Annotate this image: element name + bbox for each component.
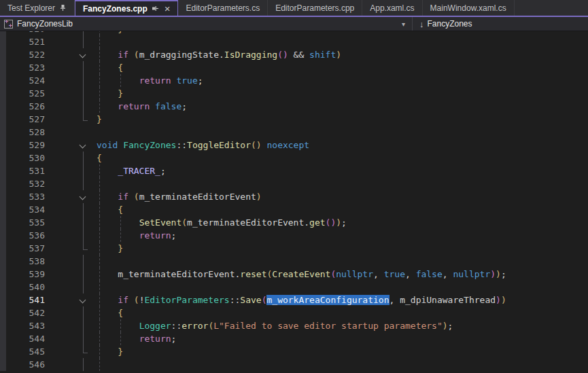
line-number: 521	[6, 35, 45, 48]
breakpoint-margin[interactable]	[0, 229, 6, 242]
code-line[interactable]: 525 }	[0, 87, 588, 100]
code-text[interactable]: {	[97, 306, 588, 319]
code-text[interactable]: return true;	[97, 74, 588, 87]
breakpoint-margin[interactable]	[0, 190, 6, 203]
code-text[interactable]: if (!EditorParameters::Save(m_workAreaCo…	[97, 294, 588, 306]
tab-app-xaml-cs[interactable]: App.xaml.cs	[362, 0, 422, 16]
code-line[interactable]: 532	[0, 177, 588, 190]
code-text[interactable]: Logger::error(L"Failed to save editor st…	[97, 319, 588, 332]
code-text[interactable]: }	[97, 242, 588, 255]
breakpoint-margin[interactable]	[0, 255, 6, 268]
code-line[interactable]: 545 }	[0, 345, 588, 358]
code-text[interactable]	[97, 126, 588, 139]
code-line[interactable]: 536 return;	[0, 229, 588, 242]
code-text[interactable]	[97, 35, 588, 48]
code-text[interactable]	[97, 177, 588, 190]
code-text[interactable]: {	[97, 203, 588, 216]
pin-icon[interactable]	[59, 4, 67, 12]
breakpoint-margin[interactable]	[0, 61, 6, 74]
code-line[interactable]: 530{	[0, 152, 588, 164]
code-line[interactable]: 533 if (m_terminateEditorEvent)	[0, 190, 588, 203]
collapse-chevron-icon[interactable]	[80, 52, 86, 58]
collapse-chevron-icon[interactable]	[80, 142, 86, 149]
breakpoint-margin[interactable]	[0, 139, 6, 152]
code-text[interactable]: if (m_draggingState.IsDragging() && shif…	[97, 48, 588, 61]
breakpoint-margin[interactable]	[0, 294, 6, 306]
breakpoint-margin[interactable]	[0, 345, 6, 358]
chevron-down-icon[interactable]: ▾	[402, 20, 408, 28]
scope-dropdown[interactable]: ↓ FancyZones	[413, 17, 588, 31]
code-line[interactable]: 522 if (m_draggingState.IsDragging() && …	[0, 48, 588, 61]
code-text[interactable]: {	[97, 152, 588, 164]
close-icon[interactable]: ×	[163, 5, 171, 12]
code-text[interactable]: {	[97, 61, 588, 74]
code-line[interactable]: 526 return false;	[0, 100, 588, 113]
project-dropdown[interactable]: ++ FancyZonesLib ▾	[0, 17, 412, 31]
collapse-chevron-icon[interactable]	[80, 297, 86, 304]
breakpoint-margin[interactable]	[0, 268, 6, 281]
code-editor[interactable]: 520 }521522 if (m_draggingState.IsDraggi…	[0, 31, 588, 373]
code-line[interactable]: 537 }	[0, 242, 588, 255]
code-line[interactable]: 543 Logger::error(L"Failed to save edito…	[0, 319, 588, 332]
code-line[interactable]: 540	[0, 281, 588, 294]
code-line[interactable]: 546	[0, 358, 588, 371]
tab-mainwindow-xaml-cs[interactable]: MainWindow.xaml.cs	[423, 0, 515, 16]
code-line[interactable]: 544 return;	[0, 332, 588, 345]
breakpoint-margin[interactable]	[0, 87, 6, 100]
breakpoint-margin[interactable]	[0, 242, 6, 255]
breakpoint-margin[interactable]	[0, 126, 6, 139]
breakpoint-margin[interactable]	[0, 113, 6, 126]
breakpoint-margin[interactable]	[0, 152, 6, 164]
code-line[interactable]: 539 m_terminateEditorEvent.reset(CreateE…	[0, 268, 588, 281]
breakpoint-margin[interactable]	[0, 177, 6, 190]
code-text[interactable]	[97, 281, 588, 294]
code-text[interactable]: }	[97, 113, 588, 126]
code-line[interactable]: 534 {	[0, 203, 588, 216]
code-text[interactable]: return;	[97, 229, 588, 242]
code-text[interactable]	[97, 255, 588, 268]
code-line[interactable]: 541 if (!EditorParameters::Save(m_workAr…	[0, 294, 588, 306]
code-line[interactable]: 542 {	[0, 306, 588, 319]
breakpoint-margin[interactable]	[0, 100, 6, 113]
code-line[interactable]: 531 _TRACER_;	[0, 164, 588, 177]
collapse-chevron-icon[interactable]	[80, 194, 86, 200]
breakpoint-margin[interactable]	[0, 216, 6, 229]
breakpoint-margin[interactable]	[0, 35, 6, 48]
tab-fancyzones-cpp[interactable]: FancyZones.cpp×	[75, 0, 178, 16]
breakpoint-margin[interactable]	[0, 358, 6, 371]
code-text[interactable]: }	[97, 345, 588, 358]
code-text[interactable]: return;	[97, 332, 588, 345]
code-line[interactable]: 523 {	[0, 61, 588, 74]
fold-margin[interactable]	[45, 294, 97, 306]
fold-margin[interactable]	[45, 190, 97, 203]
code-line[interactable]: 529void FancyZones::ToggleEditor() noexc…	[0, 139, 588, 152]
code-line[interactable]: 528	[0, 126, 588, 139]
fold-margin[interactable]	[45, 139, 97, 152]
breakpoint-margin[interactable]	[0, 48, 6, 61]
pin-icon[interactable]	[152, 5, 159, 12]
breakpoint-margin[interactable]	[0, 332, 6, 345]
code-text[interactable]: void FancyZones::ToggleEditor() noexcept	[97, 139, 588, 152]
code-line[interactable]: 521	[0, 35, 588, 48]
code-line[interactable]: 538	[0, 255, 588, 268]
code-text[interactable]: return false;	[97, 100, 588, 113]
breakpoint-margin[interactable]	[0, 319, 6, 332]
breakpoint-margin[interactable]	[0, 306, 6, 319]
breakpoint-margin[interactable]	[0, 281, 6, 294]
breakpoint-margin[interactable]	[0, 203, 6, 216]
code-line[interactable]: 527}	[0, 113, 588, 126]
breakpoint-margin[interactable]	[0, 74, 6, 87]
fold-margin[interactable]	[45, 48, 97, 61]
code-text[interactable]	[97, 358, 588, 371]
tab-editorparameters-cs[interactable]: EditorParameters.cs	[178, 0, 268, 16]
code-line[interactable]: 524 return true;	[0, 74, 588, 87]
breakpoint-margin[interactable]	[0, 164, 6, 177]
code-text[interactable]: _TRACER_;	[97, 164, 588, 177]
code-text[interactable]: if (m_terminateEditorEvent)	[97, 190, 588, 203]
tab-editorparameters-cpp[interactable]: EditorParameters.cpp	[268, 0, 362, 16]
tab-test-explorer[interactable]: Test Explorer	[0, 0, 75, 16]
code-text[interactable]: m_terminateEditorEvent.reset(CreateEvent…	[97, 268, 588, 281]
code-line[interactable]: 535 SetEvent(m_terminateEditorEvent.get(…	[0, 216, 588, 229]
code-text[interactable]: SetEvent(m_terminateEditorEvent.get());	[97, 216, 588, 229]
code-text[interactable]: }	[97, 87, 588, 100]
